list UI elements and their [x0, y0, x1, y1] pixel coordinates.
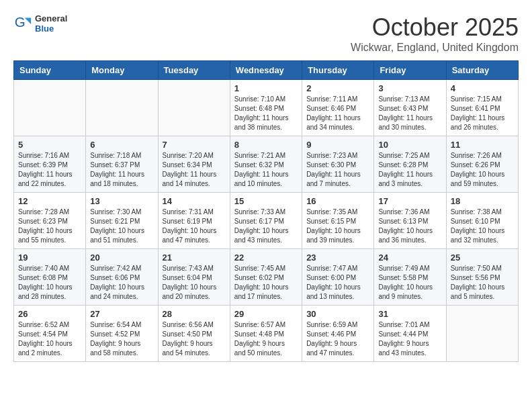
- calendar-cell: 1Sunrise: 7:10 AMSunset: 6:48 PMDaylight…: [230, 80, 302, 136]
- day-number: 14: [163, 196, 226, 206]
- calendar-cell: 9Sunrise: 7:23 AMSunset: 6:30 PMDaylight…: [302, 136, 374, 193]
- calendar-cell: 21Sunrise: 7:43 AMSunset: 6:04 PMDayligh…: [158, 249, 230, 306]
- calendar-cell: 11Sunrise: 7:26 AMSunset: 6:26 PMDayligh…: [446, 136, 518, 193]
- day-number: 6: [90, 140, 153, 150]
- day-number: 9: [306, 140, 369, 150]
- calendar-week-row: 1Sunrise: 7:10 AMSunset: 6:48 PMDaylight…: [14, 80, 519, 136]
- calendar-cell: 8Sunrise: 7:21 AMSunset: 6:32 PMDaylight…: [230, 136, 302, 193]
- day-info: Sunrise: 7:50 AMSunset: 5:56 PMDaylight:…: [451, 264, 514, 302]
- logo-blue-text: Blue: [35, 24, 67, 34]
- day-number: 2: [306, 83, 369, 93]
- day-info: Sunrise: 7:36 AMSunset: 6:13 PMDaylight:…: [378, 208, 441, 245]
- day-info: Sunrise: 6:54 AMSunset: 4:52 PMDaylight:…: [90, 320, 153, 358]
- day-info: Sunrise: 7:33 AMSunset: 6:17 PMDaylight:…: [234, 208, 298, 245]
- day-info: Sunrise: 6:57 AMSunset: 4:48 PMDaylight:…: [234, 320, 298, 358]
- day-info: Sunrise: 7:31 AMSunset: 6:19 PMDaylight:…: [163, 208, 226, 245]
- calendar-cell: 25Sunrise: 7:50 AMSunset: 5:56 PMDayligh…: [446, 249, 518, 306]
- weekday-header: Wednesday: [230, 61, 302, 80]
- calendar-cell: 24Sunrise: 7:49 AMSunset: 5:58 PMDayligh…: [374, 249, 446, 306]
- logo-icon: G: [13, 14, 32, 33]
- day-number: 22: [234, 253, 298, 263]
- day-number: 4: [451, 83, 514, 93]
- month-title: October 2025: [351, 13, 519, 42]
- calendar-cell: 31Sunrise: 7:01 AMSunset: 4:44 PMDayligh…: [374, 306, 446, 362]
- calendar-cell: 29Sunrise: 6:57 AMSunset: 4:48 PMDayligh…: [230, 306, 302, 362]
- day-number: 27: [90, 309, 153, 319]
- weekday-header: Saturday: [446, 61, 518, 80]
- calendar-cell: 28Sunrise: 6:56 AMSunset: 4:50 PMDayligh…: [158, 306, 230, 362]
- calendar-cell: 14Sunrise: 7:31 AMSunset: 6:19 PMDayligh…: [158, 193, 230, 249]
- day-number: 31: [378, 309, 441, 319]
- calendar-cell: 23Sunrise: 7:47 AMSunset: 6:00 PMDayligh…: [302, 249, 374, 306]
- day-number: 23: [306, 253, 369, 263]
- day-info: Sunrise: 7:47 AMSunset: 6:00 PMDaylight:…: [306, 264, 369, 302]
- weekday-header-row: SundayMondayTuesdayWednesdayThursdayFrid…: [14, 61, 519, 80]
- calendar-cell: 4Sunrise: 7:15 AMSunset: 6:41 PMDaylight…: [446, 80, 518, 136]
- day-number: 12: [18, 196, 81, 206]
- calendar-cell: 30Sunrise: 6:59 AMSunset: 4:46 PMDayligh…: [302, 306, 374, 362]
- calendar-cell: 16Sunrise: 7:35 AMSunset: 6:15 PMDayligh…: [302, 193, 374, 249]
- day-info: Sunrise: 7:45 AMSunset: 6:02 PMDaylight:…: [234, 264, 298, 302]
- calendar-cell: [86, 80, 158, 136]
- day-info: Sunrise: 7:13 AMSunset: 6:43 PMDaylight:…: [378, 95, 441, 132]
- day-info: Sunrise: 7:23 AMSunset: 6:30 PMDaylight:…: [306, 151, 369, 189]
- day-number: 18: [451, 196, 514, 206]
- day-number: 1: [234, 83, 298, 93]
- location-title: Wickwar, England, United Kingdom: [351, 42, 519, 54]
- calendar-cell: 7Sunrise: 7:20 AMSunset: 6:34 PMDaylight…: [158, 136, 230, 193]
- day-info: Sunrise: 6:56 AMSunset: 4:50 PMDaylight:…: [163, 320, 226, 358]
- weekday-header: Friday: [374, 61, 446, 80]
- day-info: Sunrise: 6:59 AMSunset: 4:46 PMDaylight:…: [306, 320, 369, 358]
- day-number: 17: [378, 196, 441, 206]
- calendar-week-row: 12Sunrise: 7:28 AMSunset: 6:23 PMDayligh…: [14, 193, 519, 249]
- calendar-cell: 27Sunrise: 6:54 AMSunset: 4:52 PMDayligh…: [86, 306, 158, 362]
- day-number: 8: [234, 140, 298, 150]
- day-number: 20: [90, 253, 153, 263]
- day-info: Sunrise: 7:43 AMSunset: 6:04 PMDaylight:…: [163, 264, 226, 302]
- day-number: 26: [18, 309, 81, 319]
- day-number: 29: [234, 309, 298, 319]
- day-info: Sunrise: 7:42 AMSunset: 6:06 PMDaylight:…: [90, 264, 153, 302]
- day-info: Sunrise: 7:40 AMSunset: 6:08 PMDaylight:…: [18, 264, 81, 302]
- calendar-cell: 12Sunrise: 7:28 AMSunset: 6:23 PMDayligh…: [14, 193, 86, 249]
- weekday-header: Sunday: [14, 61, 86, 80]
- day-number: 11: [451, 140, 514, 150]
- calendar-cell: 5Sunrise: 7:16 AMSunset: 6:39 PMDaylight…: [14, 136, 86, 193]
- day-info: Sunrise: 6:52 AMSunset: 4:54 PMDaylight:…: [18, 320, 81, 358]
- logo-general-text: General: [35, 13, 67, 24]
- day-info: Sunrise: 7:35 AMSunset: 6:15 PMDaylight:…: [306, 208, 369, 245]
- day-info: Sunrise: 7:10 AMSunset: 6:48 PMDaylight:…: [234, 95, 298, 132]
- day-info: Sunrise: 7:49 AMSunset: 5:58 PMDaylight:…: [378, 264, 441, 302]
- day-number: 13: [90, 196, 153, 206]
- calendar-cell: 22Sunrise: 7:45 AMSunset: 6:02 PMDayligh…: [230, 249, 302, 306]
- logo-text: General Blue: [35, 13, 67, 34]
- day-number: 21: [163, 253, 226, 263]
- calendar-cell: [158, 80, 230, 136]
- day-number: 25: [451, 253, 514, 263]
- svg-marker-1: [25, 18, 31, 24]
- day-info: Sunrise: 7:18 AMSunset: 6:37 PMDaylight:…: [90, 151, 153, 189]
- weekday-header: Tuesday: [158, 61, 230, 80]
- calendar-cell: 13Sunrise: 7:30 AMSunset: 6:21 PMDayligh…: [86, 193, 158, 249]
- calendar-cell: 3Sunrise: 7:13 AMSunset: 6:43 PMDaylight…: [374, 80, 446, 136]
- day-number: 7: [163, 140, 226, 150]
- svg-text:G: G: [15, 14, 26, 30]
- day-info: Sunrise: 7:30 AMSunset: 6:21 PMDaylight:…: [90, 208, 153, 245]
- day-number: 5: [18, 140, 81, 150]
- day-number: 19: [18, 253, 81, 263]
- day-number: 28: [163, 309, 226, 319]
- day-info: Sunrise: 7:20 AMSunset: 6:34 PMDaylight:…: [163, 151, 226, 189]
- title-area: October 2025 Wickwar, England, United Ki…: [351, 13, 519, 54]
- day-info: Sunrise: 7:26 AMSunset: 6:26 PMDaylight:…: [451, 151, 514, 189]
- day-info: Sunrise: 7:28 AMSunset: 6:23 PMDaylight:…: [18, 208, 81, 245]
- weekday-header: Monday: [86, 61, 158, 80]
- day-number: 10: [378, 140, 441, 150]
- day-number: 24: [378, 253, 441, 263]
- calendar-cell: 26Sunrise: 6:52 AMSunset: 4:54 PMDayligh…: [14, 306, 86, 362]
- calendar-cell: [14, 80, 86, 136]
- day-info: Sunrise: 7:11 AMSunset: 6:46 PMDaylight:…: [306, 95, 369, 132]
- header: G General Blue October 2025 Wickwar, Eng…: [13, 13, 519, 54]
- day-number: 16: [306, 196, 369, 206]
- day-info: Sunrise: 7:16 AMSunset: 6:39 PMDaylight:…: [18, 151, 81, 189]
- day-info: Sunrise: 7:15 AMSunset: 6:41 PMDaylight:…: [451, 95, 514, 132]
